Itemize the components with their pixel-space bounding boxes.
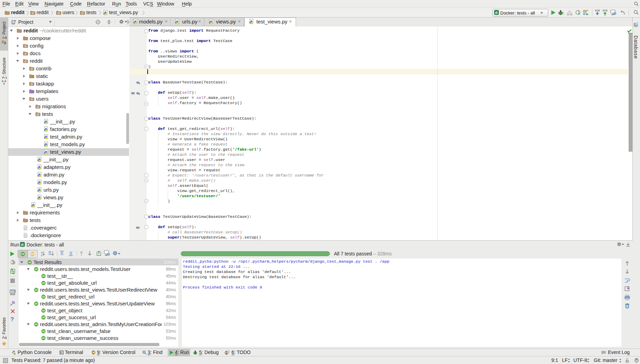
svg-text:VCS: VCS bbox=[595, 9, 600, 12]
svg-text:z: z bbox=[41, 254, 42, 256]
svg-text:VCS: VCS bbox=[602, 9, 608, 12]
svg-text:di: di bbox=[21, 243, 24, 246]
svg-text:di: di bbox=[495, 11, 498, 14]
